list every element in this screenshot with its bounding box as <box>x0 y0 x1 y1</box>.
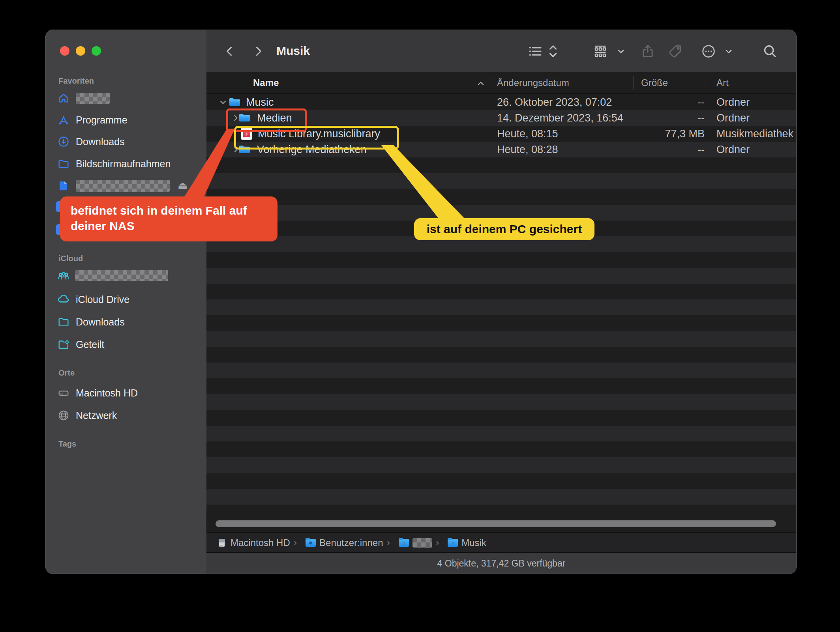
folder-music-icon: ♪ <box>448 539 458 547</box>
globe-icon <box>57 409 70 422</box>
path-item-benutzer[interactable]: ☻ Benutzer:innen <box>306 537 383 548</box>
path-item-user-home[interactable]: ⌂ <box>399 538 432 548</box>
file-kind: Ordner <box>716 96 750 108</box>
list-column-header: Name Änderungsdatum Größe Art <box>206 72 796 94</box>
column-divider[interactable] <box>710 76 710 90</box>
path-item-label: Macintosh HD <box>231 537 290 548</box>
forward-button[interactable] <box>250 43 266 59</box>
disclosure-open-icon[interactable] <box>218 97 228 110</box>
column-name[interactable]: Name <box>253 77 279 88</box>
path-separator: › <box>436 538 439 548</box>
sidebar-item-bildschirmaufnahmen[interactable]: Bildschirmaufnahmen <box>46 154 206 174</box>
window-title: Musik <box>276 44 310 58</box>
toolbar: Musik <box>206 30 796 73</box>
shared-folder-icon <box>57 338 70 351</box>
more-options-chevron-icon[interactable] <box>721 43 737 59</box>
family-icon <box>57 269 70 282</box>
column-kind[interactable]: Art <box>716 77 729 88</box>
group-by-icon[interactable] <box>592 43 608 59</box>
sidebar-item-label: Geteilt <box>76 339 104 350</box>
tag-icon[interactable] <box>668 43 683 59</box>
sidebar-item-label: Downloads <box>76 136 125 148</box>
column-date[interactable]: Änderungsdatum <box>497 77 569 88</box>
folder-icon <box>57 157 70 170</box>
path-bar: Macintosh HD › ☻ Benutzer:innen › ⌂ › ♪ … <box>206 532 796 553</box>
eject-icon[interactable]: ⏏ <box>178 179 188 192</box>
sidebar-item-geteilt[interactable]: Geteilt <box>46 335 206 354</box>
file-size: -- <box>581 112 705 124</box>
horizontal-scrollbar[interactable] <box>216 520 776 527</box>
sidebar-item-label: Netzwerk <box>76 410 117 421</box>
path-item-label: Musik <box>461 537 486 548</box>
file-size: -- <box>581 144 705 156</box>
redacted-family-label <box>75 270 168 281</box>
sidebar-item-label: Downloads <box>76 316 125 328</box>
file-kind: Musikmediathek <box>716 128 793 140</box>
screenshot-stage: Favoriten Programme Downloads Bildschirm… <box>0 0 840 632</box>
folder-icon <box>229 97 240 107</box>
sidebar-section-tags: Tags <box>58 439 76 449</box>
sidebar-section-favoriten: Favoriten <box>58 77 94 86</box>
appstore-icon <box>57 113 70 127</box>
sidebar-item-label: Bildschirmaufnahmen <box>76 158 171 170</box>
status-text: 4 Objekte, 317,42 GB verfügbar <box>437 558 566 569</box>
sidebar-item-family[interactable] <box>46 266 206 286</box>
sidebar-item-label: iCloud Drive <box>76 294 129 305</box>
minimize-button[interactable] <box>76 46 85 56</box>
sidebar-item-macintosh-hd[interactable]: Macintosh HD <box>46 383 206 403</box>
cloud-icon <box>57 293 70 306</box>
finder-window: Favoriten Programme Downloads Bildschirm… <box>45 30 797 574</box>
zoom-button[interactable] <box>92 46 101 56</box>
sidebar-item-icloud-downloads[interactable]: Downloads <box>46 312 206 332</box>
close-button[interactable] <box>60 46 69 56</box>
sidebar-item-downloads[interactable]: Downloads <box>46 132 206 151</box>
yellow-callout: ist auf deinem PC gesichert <box>414 218 594 240</box>
file-date: Heute, 08:28 <box>497 144 558 156</box>
group-by-chevron-icon[interactable] <box>613 43 629 59</box>
redacted-home-label <box>76 93 110 104</box>
search-icon[interactable] <box>762 43 778 59</box>
column-size[interactable]: Größe <box>641 77 668 88</box>
view-list-icon[interactable] <box>527 43 543 59</box>
document-icon <box>57 179 70 193</box>
redacted-path-label <box>412 538 432 548</box>
path-separator: › <box>387 538 390 548</box>
window-controls <box>60 46 101 56</box>
table-row-music[interactable]: Music 26. Oktober 2023, 07:02 -- Ordner <box>206 94 796 110</box>
sidebar-section-orte: Orte <box>58 368 75 378</box>
file-name: Music <box>246 96 274 108</box>
view-mode-chevrons-icon[interactable] <box>545 43 561 59</box>
yellow-callout-text: ist auf deinem PC gesichert <box>427 223 582 236</box>
sort-ascending-icon <box>476 79 485 90</box>
file-date: Heute, 08:15 <box>497 128 558 140</box>
sidebar-section-icloud: iCloud <box>58 254 83 263</box>
sidebar-item-icloud-drive[interactable]: iCloud Drive <box>46 290 206 309</box>
sidebar-item-netzwerk[interactable]: Netzwerk <box>46 406 206 425</box>
share-icon[interactable] <box>640 43 656 59</box>
file-kind: Ordner <box>716 144 750 156</box>
red-callout-text: befidnet sich in deinem Fall auf deiner … <box>71 204 247 232</box>
more-options-icon[interactable] <box>701 43 716 59</box>
red-callout: befidnet sich in deinem Fall auf deiner … <box>60 196 278 241</box>
hard-drive-icon <box>57 386 70 400</box>
file-list: Music 26. Oktober 2023, 07:02 -- Ordner … <box>206 94 796 513</box>
folder-icon <box>57 315 70 329</box>
sidebar-item-label: Macintosh HD <box>76 387 138 399</box>
sidebar-item-home[interactable] <box>46 88 206 108</box>
column-divider[interactable] <box>491 76 491 90</box>
status-bar: 4 Objekte, 317,42 GB verfügbar <box>206 552 796 574</box>
yellow-highlight-box <box>234 126 399 150</box>
redacted-document-label <box>76 180 170 192</box>
file-size: -- <box>581 96 705 108</box>
back-button[interactable] <box>222 43 238 59</box>
column-divider[interactable] <box>633 76 634 90</box>
home-icon <box>57 92 70 105</box>
file-size: 77,3 MB <box>581 128 705 140</box>
folder-users-icon: ☻ <box>306 539 316 547</box>
path-separator: › <box>294 538 297 548</box>
path-item-macintosh-hd[interactable]: Macintosh HD <box>217 537 290 548</box>
sidebar-item-programme[interactable]: Programme <box>46 110 206 130</box>
path-item-musik[interactable]: ♪ Musik <box>448 537 486 548</box>
download-circle-icon <box>57 135 70 148</box>
sidebar-item-label: Programme <box>76 114 128 126</box>
